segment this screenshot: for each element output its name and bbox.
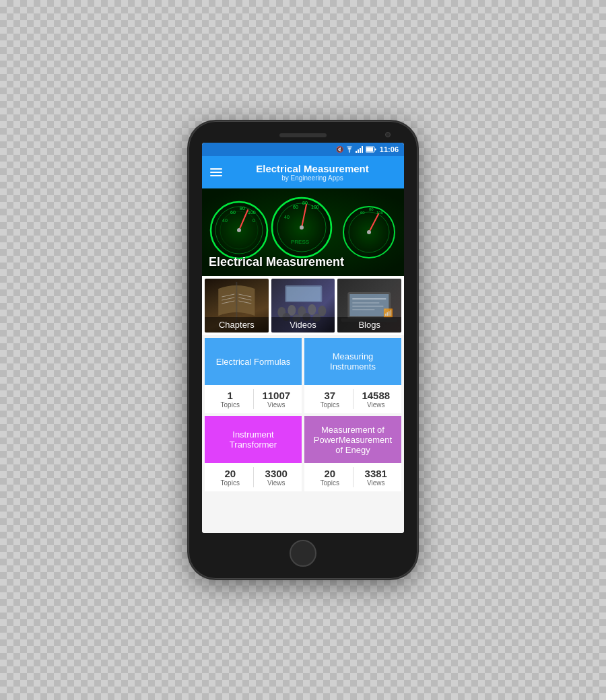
phone-camera — [385, 132, 391, 137]
category-row-1: Electrical Formulas 1 Topics 11007 Views — [205, 338, 401, 413]
views-label: Views — [257, 401, 297, 409]
instrument-transformer-stats: 20 Topics 3300 Views — [205, 463, 302, 491]
electrical-formulas-stats: 1 Topics 11007 Views — [205, 385, 302, 413]
measuring-instruments-topics-block: 37 Topics — [310, 390, 350, 409]
electrical-formulas-header[interactable]: Electrical Formulas — [205, 338, 302, 385]
blogs-visual: 📶 — [337, 282, 401, 322]
stat-divider-2 — [353, 389, 354, 409]
measurement-power-views-block: 3381 Views — [356, 468, 397, 487]
measuring-instruments-name: Measuring Instruments — [310, 351, 396, 372]
measuring-instruments-card[interactable]: Measuring Instruments 37 Topics 14588 Vi… — [304, 338, 401, 413]
svg-text:PRESS: PRESS — [291, 239, 309, 245]
views-label-2: Views — [356, 401, 397, 409]
svg-text:100: 100 — [248, 210, 256, 215]
topics-label-4: Topics — [310, 479, 350, 487]
svg-rect-2 — [358, 149, 359, 153]
chapters-visual — [205, 282, 269, 322]
hero-banner: 60 80 100 40 0 60 80 100 40 — [202, 188, 404, 276]
svg-text:80: 80 — [369, 207, 374, 211]
blogs-item[interactable]: 📶 Blogs — [337, 279, 401, 332]
svg-point-44 — [308, 304, 316, 315]
measuring-instruments-views-block: 14588 Views — [356, 390, 397, 409]
views-label-4: Views — [356, 479, 397, 487]
svg-text:60: 60 — [360, 211, 365, 215]
phone-device: 🔇 — [189, 121, 417, 579]
hamburger-menu[interactable] — [210, 168, 222, 176]
hero-title: Electrical Measurement — [209, 255, 344, 269]
app-bar: Electrical Measurement by Engineering Ap… — [202, 156, 404, 188]
measuring-instruments-header[interactable]: Measuring Instruments — [304, 338, 401, 385]
measurement-power-name: Measurement of PowerMeasurement of Enegy — [310, 425, 396, 455]
status-icons: 🔇 — [336, 145, 399, 153]
status-time: 11:06 — [380, 145, 399, 153]
instrument-transformer-card[interactable]: Instrument Transformer 20 Topics 3300 Vi… — [205, 416, 302, 491]
measurement-power-header[interactable]: Measurement of PowerMeasurement of Enegy — [304, 416, 401, 463]
app-title: Electrical Measurement — [229, 163, 396, 174]
electrical-formulas-views-count: 11007 — [257, 390, 297, 401]
wifi-icon — [345, 146, 354, 153]
measuring-instruments-topics-count: 37 — [310, 390, 350, 401]
svg-rect-4 — [362, 146, 363, 153]
phone-home-button[interactable] — [290, 540, 316, 567]
stat-divider-3 — [253, 467, 254, 487]
stat-divider — [253, 389, 254, 409]
chapters-item[interactable]: Chapters — [205, 279, 269, 332]
phone-screen: 🔇 — [202, 143, 404, 533]
topics-label-3: Topics — [210, 479, 250, 487]
videos-label: Videos — [271, 317, 335, 332]
mute-icon: 🔇 — [336, 146, 343, 153]
electrical-formulas-views-block: 11007 Views — [257, 390, 297, 409]
svg-text:100: 100 — [311, 205, 319, 209]
svg-rect-6 — [366, 147, 373, 151]
hamburger-line — [210, 175, 222, 176]
topics-label: Topics — [210, 401, 250, 409]
category-grid-row: Chapters — [202, 276, 404, 335]
content-scroll[interactable]: 60 80 100 40 0 60 80 100 40 — [202, 188, 404, 533]
instrument-transformer-topics-count: 20 — [210, 468, 250, 479]
svg-rect-7 — [374, 149, 376, 151]
views-label-3: Views — [257, 479, 297, 487]
svg-point-0 — [349, 151, 350, 153]
electrical-formulas-name: Electrical Formulas — [216, 357, 291, 367]
svg-text:100: 100 — [376, 211, 384, 215]
battery-icon — [366, 146, 376, 153]
categories-grid: Electrical Formulas 1 Topics 11007 Views — [202, 335, 404, 497]
measuring-instruments-views-count: 14588 — [356, 390, 397, 401]
svg-text:60: 60 — [293, 205, 298, 209]
videos-item[interactable]: Videos — [271, 279, 335, 332]
svg-text:40: 40 — [222, 218, 228, 223]
svg-rect-51 — [286, 287, 321, 301]
svg-text:0: 0 — [252, 218, 255, 223]
svg-text:40: 40 — [284, 215, 290, 219]
category-row-2: Instrument Transformer 20 Topics 3300 Vi… — [205, 416, 401, 491]
measuring-instruments-stats: 37 Topics 14588 Views — [304, 385, 401, 413]
instrument-transformer-name: Instrument Transformer — [210, 429, 296, 450]
phone-top-bar — [195, 131, 411, 143]
signal-icon — [356, 146, 364, 153]
topics-label-2: Topics — [310, 401, 350, 409]
status-bar: 🔇 — [202, 143, 404, 156]
measurement-power-stats: 20 Topics 3381 Views — [304, 463, 401, 491]
svg-text:60: 60 — [230, 210, 236, 215]
instrument-transformer-views-block: 3300 Views — [257, 468, 297, 487]
svg-rect-3 — [360, 148, 361, 153]
svg-point-34 — [367, 230, 371, 234]
chapters-label: Chapters — [205, 317, 269, 332]
svg-point-26 — [300, 225, 304, 230]
app-bar-text: Electrical Measurement by Engineering Ap… — [229, 163, 396, 182]
hamburger-line — [210, 168, 222, 170]
phone-bottom-bar — [195, 533, 411, 569]
svg-text:80: 80 — [240, 206, 245, 211]
phone-speaker — [279, 133, 327, 137]
measurement-power-views-count: 3381 — [356, 468, 397, 479]
hamburger-line — [210, 172, 222, 173]
instrument-transformer-topics-block: 20 Topics — [210, 468, 250, 487]
videos-visual — [271, 282, 335, 322]
instrument-transformer-views-count: 3300 — [257, 468, 297, 479]
instrument-transformer-header[interactable]: Instrument Transformer — [205, 416, 302, 463]
measurement-power-topics-count: 20 — [310, 468, 350, 479]
measurement-power-card[interactable]: Measurement of PowerMeasurement of Enegy… — [304, 416, 401, 491]
svg-text:📶: 📶 — [384, 308, 394, 318]
electrical-formulas-card[interactable]: Electrical Formulas 1 Topics 11007 Views — [205, 338, 302, 413]
svg-point-18 — [237, 228, 241, 232]
